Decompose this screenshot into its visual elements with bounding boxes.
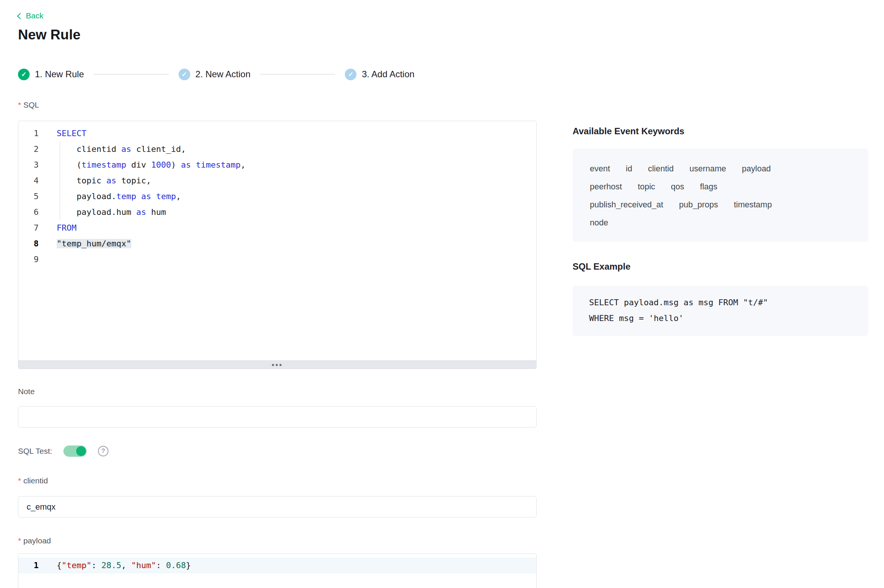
back-link[interactable]: Back — [18, 11, 44, 20]
step-2[interactable]: ✓2. New Action — [179, 69, 251, 80]
sql-example-line: SELECT payload.msg as msg FROM "t/#" — [589, 295, 852, 310]
code-line: 8"temp_hum/emqx" — [18, 236, 536, 252]
code-text: (timestamp div 1000) as timestamp, — [47, 157, 245, 173]
back-chevron-icon — [17, 13, 24, 19]
editor-resize-handle[interactable]: ••• — [18, 360, 536, 369]
code-text: payload.hum as hum — [47, 204, 166, 220]
clientid-input[interactable] — [18, 496, 537, 518]
keyword-row: node — [590, 214, 851, 232]
payload-label: *payload — [18, 536, 51, 545]
line-number: 4 — [18, 173, 47, 189]
code-line: 5 payload.temp as temp, — [18, 189, 536, 204]
note-input[interactable] — [18, 406, 537, 428]
sql-example-line: WHERE msg = 'hello' — [589, 310, 852, 326]
line-number: 8 — [18, 236, 47, 252]
keyword: id — [626, 164, 632, 174]
sql-code-lines: 1SELECT2 clientid as client_id,3 (timest… — [18, 121, 536, 267]
line-number: 7 — [18, 220, 47, 236]
line-number: 6 — [18, 204, 47, 220]
code-line: 6 payload.hum as hum — [18, 204, 536, 220]
step-connector — [94, 74, 169, 75]
step-1[interactable]: ✓1. New Rule — [18, 69, 84, 80]
step-label: 1. New Rule — [35, 69, 84, 80]
keyword: peerhost — [590, 182, 622, 192]
line-number: 1 — [18, 126, 47, 141]
code-line: 3 (timestamp div 1000) as timestamp, — [18, 157, 536, 173]
sql-test-row: SQL Test: ? — [18, 446, 108, 457]
step-3[interactable]: ✓3. Add Action — [345, 69, 414, 80]
required-asterisk: * — [18, 536, 21, 545]
help-icon[interactable]: ? — [98, 446, 108, 456]
step-label: 3. Add Action — [362, 69, 414, 80]
step-check-icon: ✓ — [345, 69, 356, 80]
code-text: clientid as client_id, — [47, 141, 186, 157]
code-text: {"temp": 28.5, "hum": 0.68} — [47, 558, 191, 573]
step-list: ✓1. New Rule✓2. New Action✓3. Add Action — [18, 68, 415, 81]
required-asterisk: * — [18, 100, 21, 109]
line-number: 5 — [18, 189, 47, 204]
code-text: "temp_hum/emqx" — [47, 236, 131, 252]
resize-dots-icon: ••• — [272, 363, 283, 367]
step-check-icon: ✓ — [18, 69, 30, 80]
keywords-panel: eventidclientidusernamepayloadpeerhostto… — [573, 148, 868, 242]
clientid-label-text: clientid — [23, 476, 48, 485]
keyword: clientid — [648, 164, 674, 174]
keyword: timestamp — [734, 200, 772, 210]
sql-test-toggle[interactable] — [63, 446, 87, 457]
page-title: New Rule — [18, 27, 81, 43]
payload-label-text: payload — [23, 536, 51, 545]
required-asterisk: * — [18, 476, 21, 485]
step-label: 2. New Action — [195, 69, 251, 80]
sql-field-label: *SQL — [18, 100, 39, 110]
code-text: payload.temp as temp, — [47, 189, 181, 204]
keyword: event — [590, 164, 610, 174]
keyword: qos — [671, 182, 684, 192]
keyword: username — [689, 164, 726, 174]
keyword: node — [590, 218, 608, 228]
sql-label-text: SQL — [23, 100, 39, 109]
code-text: SELECT — [47, 126, 86, 141]
keyword-row: eventidclientidusernamepayload — [590, 160, 851, 178]
code-text: topic as topic, — [47, 173, 151, 189]
sql-example-code: SELECT payload.msg as msg FROM "t/#"WHER… — [573, 286, 868, 336]
keyword: pub_props — [679, 200, 718, 210]
new-rule-page: Back New Rule ✓1. New Rule✓2. New Action… — [0, 0, 884, 588]
keyword: publish_received_at — [590, 200, 663, 210]
sql-test-label: SQL Test: — [18, 447, 52, 456]
keyword-row: peerhosttopicqosflags — [590, 178, 851, 196]
step-check-icon: ✓ — [179, 69, 190, 80]
payload-editor[interactable]: 1{"temp": 28.5, "hum": 0.68} — [18, 554, 537, 588]
keyword: topic — [638, 182, 655, 192]
code-line: 9 — [18, 252, 536, 267]
sql-example-title: SQL Example — [573, 261, 630, 272]
toggle-knob-icon — [76, 446, 86, 456]
keyword: flags — [700, 182, 717, 192]
note-label: Note — [18, 387, 35, 396]
clientid-label: *clientid — [18, 476, 48, 485]
code-text: FROM — [47, 220, 77, 236]
code-line: 1SELECT — [18, 126, 536, 141]
keywords-panel-title: Available Event Keywords — [573, 126, 684, 136]
step-connector — [260, 74, 335, 75]
line-number: 9 — [18, 252, 47, 267]
code-line: 2 clientid as client_id, — [18, 141, 536, 157]
line-number: 3 — [18, 157, 47, 173]
line-number: 1 — [18, 558, 47, 573]
sql-editor[interactable]: 1SELECT2 clientid as client_id,3 (timest… — [18, 121, 537, 369]
keyword: payload — [742, 164, 771, 174]
payload-code-lines: 1{"temp": 28.5, "hum": 0.68} — [18, 554, 536, 573]
indent-guide — [60, 141, 60, 220]
back-label: Back — [26, 11, 44, 20]
keyword-row: publish_received_atpub_propstimestamp — [590, 196, 851, 214]
code-line: 4 topic as topic, — [18, 173, 536, 189]
code-line: 1{"temp": 28.5, "hum": 0.68} — [18, 558, 536, 573]
code-text — [47, 252, 57, 267]
line-number: 2 — [18, 141, 47, 157]
code-line: 7FROM — [18, 220, 536, 236]
